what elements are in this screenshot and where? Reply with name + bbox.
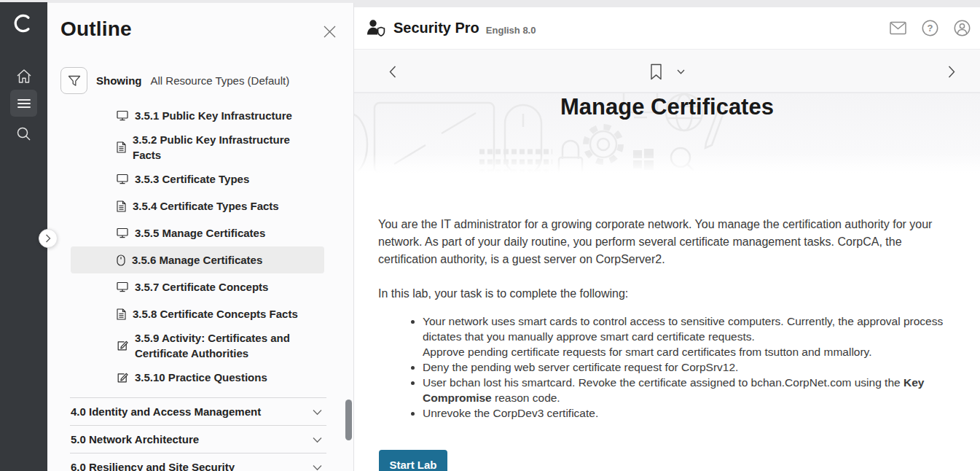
document-icon xyxy=(117,308,126,320)
task-item: Your network uses smart cards to control… xyxy=(423,314,949,359)
outline-item-label: 3.5.3 Certificate Types xyxy=(135,171,249,187)
outline-item[interactable]: 3.5.8 Certificate Concepts Facts xyxy=(71,300,324,327)
brand-c-logo xyxy=(11,11,36,36)
lab-description: You are the IT administrator for a growi… xyxy=(354,173,980,471)
outline-panel-title: Outline xyxy=(60,17,132,41)
next-lesson-button[interactable] xyxy=(948,50,955,93)
monitor-icon xyxy=(117,227,128,238)
close-icon[interactable] xyxy=(321,23,337,39)
start-lab-button[interactable]: Start Lab xyxy=(379,450,447,471)
funnel-icon xyxy=(68,75,81,87)
outline-item-label: 3.5.9 Activity: Certificates and Certifi… xyxy=(135,330,310,361)
outline-list: 3.5.1 Public Key Infrastructure3.5.2 Pub… xyxy=(71,102,324,391)
title-banner: Manage Certificates xyxy=(354,93,980,173)
outline-item[interactable]: 3.5.10 Practice Questions xyxy=(71,364,324,391)
bookmark-dropdown-icon[interactable] xyxy=(677,69,685,74)
home-icon[interactable] xyxy=(10,63,37,90)
outline-item-label: 3.5.10 Practice Questions xyxy=(135,370,267,385)
outline-sections: 4.0 Identity and Access Management5.0 Ne… xyxy=(70,397,326,471)
outline-item-label: 3.5.6 Manage Certificates xyxy=(132,252,262,268)
resource-filter-row: Showing All Resource Types (Default) xyxy=(60,67,289,94)
person-shield-icon xyxy=(366,18,386,38)
svg-text:?: ? xyxy=(927,23,933,34)
product-title: Security Pro xyxy=(393,20,479,36)
outline-item-label: 3.5.2 Public Key Infrastructure Facts xyxy=(133,132,310,163)
monitor-icon xyxy=(117,110,128,121)
chevron-down-icon xyxy=(313,461,322,471)
mail-icon[interactable] xyxy=(888,19,907,38)
main-header: Security Pro English 8.0 ? xyxy=(354,7,980,49)
outline-item-label: 3.5.8 Certificate Concepts Facts xyxy=(133,306,298,322)
task-list: Your network uses smart cards to control… xyxy=(378,314,949,421)
outline-item-label: 3.5.4 Certificate Types Facts xyxy=(133,198,279,214)
task-item: Deny the pending web server certificate … xyxy=(423,359,949,375)
search-icon[interactable] xyxy=(10,120,37,147)
task-item: Unrevoke the CorpDev3 certificate. xyxy=(423,405,949,421)
edit-icon xyxy=(117,372,128,384)
filter-button[interactable] xyxy=(60,67,87,94)
outline-scrollbar-thumb[interactable] xyxy=(345,400,352,440)
outline-item[interactable]: 3.5.2 Public Key Infrastructure Facts xyxy=(71,129,324,166)
outline-menu-icon[interactable] xyxy=(10,90,37,117)
lesson-navbar xyxy=(354,49,980,93)
chevron-down-icon xyxy=(313,433,322,446)
outline-item-label: 3.5.1 Public Key Infrastructure xyxy=(135,108,292,123)
outline-panel: Outline Showing All Resource Types (Defa… xyxy=(47,3,354,471)
outline-section-label: 6.0 Resiliency and Site Security xyxy=(71,461,235,471)
task-intro-paragraph: In this lab, your task is to complete th… xyxy=(378,285,949,303)
chevron-down-icon xyxy=(313,405,322,419)
outline-item[interactable]: 3.5.1 Public Key Infrastructure xyxy=(71,102,324,129)
outline-item[interactable]: 3.5.5 Manage Certificates xyxy=(71,219,324,246)
outline-item[interactable]: 3.5.7 Certificate Concepts xyxy=(71,273,324,300)
panel-expand-button[interactable] xyxy=(39,229,58,248)
outline-item-label: 3.5.5 Manage Certificates xyxy=(135,225,265,241)
mouse-icon xyxy=(117,254,125,266)
task-item: User bchan lost his smartcard. Revoke th… xyxy=(423,375,949,405)
edit-icon xyxy=(117,340,128,351)
outline-item-label: 3.5.7 Certificate Concepts xyxy=(135,279,268,295)
outline-item[interactable]: 3.5.3 Certificate Types xyxy=(71,166,324,192)
outline-section-label: 5.0 Network Architecture xyxy=(71,433,199,445)
chevron-left-icon xyxy=(389,66,396,78)
outline-section-label: 4.0 Identity and Access Management xyxy=(71,405,261,418)
bookmark-icon[interactable] xyxy=(650,63,662,80)
help-icon[interactable]: ? xyxy=(920,19,939,38)
monitor-icon xyxy=(117,174,128,184)
document-icon xyxy=(117,141,126,153)
account-icon[interactable] xyxy=(952,19,971,38)
scenario-paragraph: You are the IT administrator for a growi… xyxy=(378,216,949,268)
outline-item[interactable]: 3.5.6 Manage Certificates xyxy=(71,246,324,273)
product-brand: Security Pro English 8.0 xyxy=(366,7,536,49)
outline-section[interactable]: 6.0 Resiliency and Site Security xyxy=(70,453,326,471)
monitor-icon xyxy=(117,281,128,292)
outline-item[interactable]: 3.5.9 Activity: Certificates and Certifi… xyxy=(71,327,324,364)
document-icon xyxy=(117,201,126,212)
filter-value: All Resource Types (Default) xyxy=(151,74,290,87)
previous-lesson-button[interactable] xyxy=(389,50,396,93)
main-area: Security Pro English 8.0 ? xyxy=(354,0,980,471)
product-edition: English 8.0 xyxy=(486,25,536,36)
outline-section[interactable]: 5.0 Network Architecture xyxy=(70,425,326,453)
outline-item[interactable]: 3.5.4 Certificate Types Facts xyxy=(71,192,324,219)
showing-label: Showing xyxy=(96,74,142,87)
page-title: Manage Certificates xyxy=(354,93,980,120)
outline-section[interactable]: 4.0 Identity and Access Management xyxy=(70,397,326,425)
chevron-right-icon xyxy=(948,66,955,78)
